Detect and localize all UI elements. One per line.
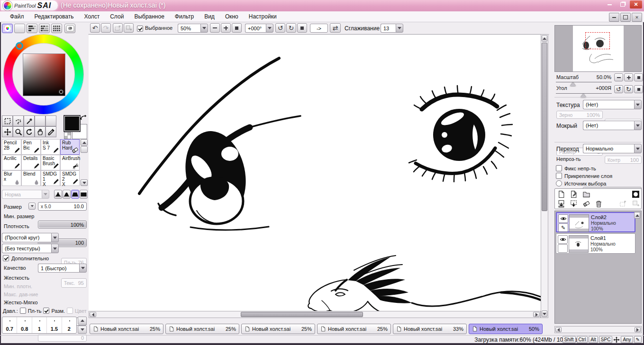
tool-empty-2[interactable] xyxy=(45,115,56,126)
layer-editing-pencil-icon[interactable]: ✎ xyxy=(558,223,568,232)
selection-source-radio[interactable] xyxy=(556,180,562,186)
size-preset-1.5[interactable]: 1.5 xyxy=(47,317,62,333)
document-tab-6-active[interactable]: Новый холст.sai50% xyxy=(469,324,543,334)
swap-colors-icon[interactable] xyxy=(79,114,87,123)
scale-slider-thumb[interactable] xyxy=(570,82,576,86)
menu-filter[interactable]: Фильтр xyxy=(170,13,199,20)
zoom-reset-button[interactable] xyxy=(232,23,242,33)
size-unit-button[interactable] xyxy=(28,203,36,210)
brush-blur[interactable]: Blurx xyxy=(2,170,21,186)
saturation-value-square[interactable] xyxy=(23,53,65,96)
layer-editing-slot[interactable] xyxy=(558,244,568,253)
deselect-icon[interactable] xyxy=(113,23,123,33)
texture-grain-slider[interactable]: Зерно100% xyxy=(556,111,603,119)
undo-icon[interactable]: ↶ xyxy=(90,23,100,33)
brush-grid-scroll-down[interactable] xyxy=(81,179,88,186)
new-layer-icon[interactable] xyxy=(557,190,565,200)
hsv-slider-mode-button[interactable] xyxy=(27,24,37,33)
quality-dropdown[interactable]: 1 (Быстро) xyxy=(38,264,87,273)
tool-magic-wand[interactable] xyxy=(24,115,35,126)
paint-mode-dropdown[interactable]: Норма xyxy=(2,190,49,199)
size-preset-1[interactable]: 1 xyxy=(32,317,47,333)
preset-scroll-up[interactable] xyxy=(78,317,87,325)
brush-shape-dropdown[interactable]: (Простой круг) xyxy=(2,233,59,242)
transparent-color-swatch[interactable] xyxy=(64,132,71,139)
redo-icon[interactable]: ↷ xyxy=(101,23,111,33)
angle-dropdown[interactable]: +000° xyxy=(245,24,273,33)
zoom-out-button[interactable] xyxy=(210,23,220,33)
tool-lasso[interactable] xyxy=(13,115,24,126)
flip-horizontal-icon[interactable]: ⇄ xyxy=(330,23,341,33)
min-size-slider[interactable]: 100% xyxy=(38,221,87,229)
scroll-right-arrow[interactable] xyxy=(635,327,641,332)
blend-mode-dropdown[interactable]: Нормально xyxy=(583,144,642,153)
brush-pencil[interactable]: Pencil2B xyxy=(2,139,21,155)
brush-eraser-selected[interactable]: RubHard xyxy=(60,139,80,155)
tool-eyedropper[interactable] xyxy=(45,126,56,137)
panel-horiz-scrollbar[interactable] xyxy=(554,326,642,333)
scroll-left-arrow[interactable] xyxy=(90,312,96,317)
scroll-up-arrow[interactable] xyxy=(542,35,547,42)
advanced-checkbox[interactable] xyxy=(3,255,9,261)
navigator[interactable] xyxy=(554,25,642,72)
menu-layer[interactable]: Слой xyxy=(105,13,129,20)
scroll-left-arrow[interactable] xyxy=(555,327,562,332)
paste-layer-icon[interactable] xyxy=(632,200,640,210)
window-close-button[interactable]: ✕ xyxy=(630,0,642,9)
rotate-cw-icon[interactable]: ↻ xyxy=(286,23,296,33)
preserve-opacity-checkbox[interactable] xyxy=(556,165,562,171)
document-close-button[interactable]: ✕ xyxy=(632,13,642,22)
layer-row-2[interactable]: ✎ Слой2 Нормально 100% xyxy=(556,212,635,232)
pressure-size-checkbox[interactable] xyxy=(43,308,49,314)
brush-grid-scroll-up[interactable] xyxy=(81,139,88,146)
tool-zoom[interactable] xyxy=(13,126,24,137)
layer-visibility-icon[interactable] xyxy=(558,214,568,223)
nav-rotate-reset-button[interactable] xyxy=(634,85,643,93)
zoom-dropdown[interactable]: 50% xyxy=(178,24,208,33)
document-tab-4[interactable]: Новый холст.sai25% xyxy=(317,324,391,334)
document-tab-2[interactable]: Новый холст.sai25% xyxy=(165,324,239,334)
foreground-color-swatch[interactable] xyxy=(64,116,80,131)
merge-down-icon[interactable] xyxy=(557,200,565,210)
rotate-reset-button[interactable] xyxy=(297,23,307,33)
tool-move[interactable] xyxy=(2,126,13,137)
menu-selection[interactable]: Выбранное xyxy=(129,13,169,20)
nav-zoom-reset-button[interactable] xyxy=(634,73,643,81)
brush-edge-flat-button[interactable] xyxy=(71,190,79,199)
canvas-vertical-scrollbar[interactable] xyxy=(541,34,548,318)
brush-airbrush[interactable]: AirBrush xyxy=(60,155,80,170)
rgb-slider-mode-button[interactable] xyxy=(14,24,25,33)
horizontal-scroll-thumb[interactable] xyxy=(241,312,363,317)
select-all-icon[interactable] xyxy=(124,23,134,33)
document-tab-1[interactable]: Новый холст.sai25% xyxy=(90,324,163,334)
layer-visibility-icon[interactable] xyxy=(558,235,568,244)
selection-visible-checkbox[interactable] xyxy=(137,26,143,32)
hue-marker[interactable] xyxy=(16,42,23,50)
nav-zoom-in-button[interactable] xyxy=(624,73,633,81)
menu-file[interactable]: Файл xyxy=(5,13,29,20)
rotate-ccw-icon[interactable]: ↺ xyxy=(275,23,285,33)
scale-slider-track[interactable] xyxy=(556,82,612,82)
layers-scroll-up[interactable] xyxy=(634,212,640,219)
size-preset-2[interactable]: 2 xyxy=(62,317,76,333)
smoothing-dropdown[interactable]: 13 xyxy=(381,24,403,33)
brush-texture-dropdown[interactable]: (Без текстуры) xyxy=(2,244,59,253)
brush-edge-hard-button[interactable] xyxy=(80,190,88,199)
nav-zoom-out-button[interactable] xyxy=(614,73,623,81)
layer-mask-icon[interactable] xyxy=(632,190,640,200)
brush-grid-scroll-up2[interactable] xyxy=(81,146,88,153)
brush-texture-param[interactable]: Текс.95 xyxy=(61,278,87,288)
color-mixer-mode-button[interactable] xyxy=(39,24,50,33)
menu-edit[interactable]: Редактировать xyxy=(29,13,79,20)
color-wheel-mode-button[interactable] xyxy=(2,24,13,33)
clear-layer-icon[interactable] xyxy=(582,200,590,210)
brush-edge-spike-button[interactable] xyxy=(54,190,62,199)
wet-dropdown[interactable]: (Нет) xyxy=(583,121,642,130)
zoom-in-button[interactable] xyxy=(221,23,231,33)
vertical-scroll-thumb[interactable] xyxy=(542,43,547,211)
window-minimize-button[interactable] xyxy=(603,0,616,9)
pressure-density-checkbox[interactable] xyxy=(20,308,26,314)
texture-dropdown[interactable]: (Нет) xyxy=(583,100,642,109)
transfer-selection-icon[interactable] xyxy=(619,200,627,210)
menu-window[interactable]: Окно xyxy=(220,13,244,20)
